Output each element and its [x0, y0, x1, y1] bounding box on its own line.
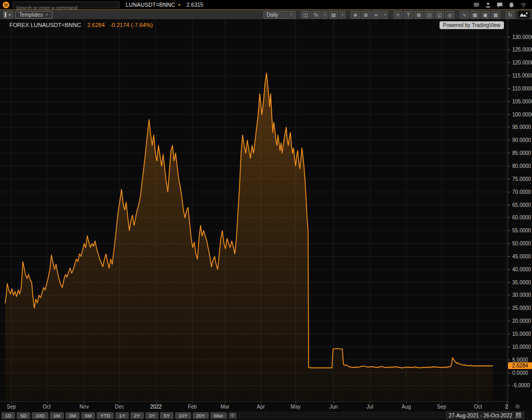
- duplicate-window-button[interactable]: ▩: [491, 11, 500, 19]
- time-axis-label: Dec: [115, 404, 124, 410]
- chart-type-button[interactable]: ◫: [301, 11, 310, 19]
- duplicate-window-icon: ▩: [494, 12, 498, 18]
- range-3m-button[interactable]: 3M: [65, 412, 79, 419]
- chart-area: FOREX LUNAUSDT=BNNC 2.6284 -0.2174 (-7.6…: [0, 19, 532, 411]
- collapse-panel-icon: ▌+: [5, 12, 11, 17]
- range-2y-button[interactable]: 2Y: [130, 412, 144, 419]
- time-axis[interactable]: SepOctNovDec2022FebMarAprMayJunJulAugSep…: [0, 401, 508, 411]
- last-price-badge: 2.6284: [508, 362, 532, 369]
- interval-select[interactable]: Daily ∨: [263, 11, 296, 19]
- price-axis-label: 75.0000: [508, 176, 531, 182]
- time-axis-label: Jun: [329, 404, 338, 410]
- new-window-button[interactable]: ▣: [481, 11, 490, 19]
- snapshot-button[interactable]: ◳: [424, 11, 434, 19]
- powered-by-tradingview-badge[interactable]: Powered by TradingView: [440, 21, 504, 29]
- drawings-icon: ≈: [374, 12, 378, 18]
- price-axis-label: 85.0000: [508, 150, 531, 156]
- range-1d-button[interactable]: 1D: [2, 412, 15, 419]
- axis-tick: [47, 402, 47, 403]
- indicators-menu-button[interactable]: ∨: [339, 11, 345, 19]
- chart-type-icon: ◫: [303, 12, 308, 18]
- time-axis-label: Sep: [7, 404, 16, 410]
- range-3y-button[interactable]: 3Y: [145, 412, 159, 419]
- zoom-icon: ◎: [448, 12, 452, 18]
- templates-button[interactable]: Templates ∨: [15, 11, 52, 19]
- messages-icon[interactable]: [497, 2, 503, 8]
- axis-tick: [406, 402, 407, 403]
- top-status-icons: [473, 2, 530, 8]
- time-axis-label: Sep: [437, 404, 446, 410]
- profile-icon[interactable]: [485, 2, 491, 8]
- compare-button[interactable]: ⊕: [351, 11, 360, 19]
- trading-app-window: LUNAUSDT=BNNC ▾ 2.6315 ▌+ Temp: [0, 0, 532, 420]
- notifications-icon[interactable]: [509, 2, 514, 8]
- price-axis-label: 35.0000: [508, 279, 531, 285]
- price-axis-label: 110.0000: [508, 85, 532, 91]
- time-axis-label: Nov: [79, 404, 89, 410]
- price-axis-label: 70.0000: [508, 189, 531, 195]
- price-axis-label: 105.0000: [508, 98, 532, 104]
- app-logo-icon[interactable]: [3, 2, 9, 8]
- zoom-button[interactable]: ◎: [445, 11, 455, 19]
- legend-price: 2.6284: [87, 22, 105, 28]
- gear-icon: ⚙: [231, 413, 235, 418]
- range-6m-button[interactable]: 6M: [81, 412, 95, 419]
- indicators-button[interactable]: ▤: [329, 11, 338, 19]
- range-1y-button[interactable]: 1Y: [115, 412, 129, 419]
- range-10d-button[interactable]: 10D: [32, 412, 48, 419]
- price-chart-canvas[interactable]: [0, 19, 508, 411]
- price-axis[interactable]: 130.0000125.0000120.0000115.0000110.0000…: [508, 19, 532, 411]
- sync-icon: ↻: [508, 12, 512, 18]
- toolbar-buttons: ◫%∨▤∨⊕⊞≈∨∩T⊠◳◱◎∿▦▣▩↻: [300, 11, 515, 19]
- menu-icon[interactable]: [473, 2, 480, 7]
- range-1m-button[interactable]: 1M: [50, 412, 64, 419]
- line-chart-button[interactable]: ∿: [460, 11, 469, 19]
- collapse-panel-button[interactable]: ▌+: [3, 11, 13, 19]
- connection-icon[interactable]: [520, 2, 527, 7]
- range-settings-button[interactable]: ⚙: [229, 412, 237, 419]
- range-5d-button[interactable]: 5D: [17, 412, 30, 419]
- percent-change-button[interactable]: %: [311, 11, 321, 19]
- magnet-button[interactable]: ∩: [393, 11, 403, 19]
- range-10y-button[interactable]: 10Y: [175, 412, 191, 419]
- events-button[interactable]: ⊞: [361, 11, 370, 19]
- price-axis-label: 15.0000: [508, 331, 531, 337]
- ticker-dropdown-icon[interactable]: ▾: [178, 3, 180, 7]
- axis-tick: [296, 402, 296, 403]
- text-icon: T: [407, 12, 410, 18]
- drawings-button[interactable]: ≈: [371, 11, 381, 19]
- price-axis-label: 55.0000: [508, 228, 531, 234]
- price-axis-label: -5.0000: [508, 383, 530, 389]
- price-axis-label: 25.0000: [508, 305, 531, 311]
- drawings-menu-button[interactable]: ∨: [382, 11, 388, 19]
- sync-button[interactable]: ↻: [506, 11, 515, 19]
- time-axis-label: Oct: [474, 404, 482, 410]
- price-axis-label: 20.0000: [508, 318, 531, 324]
- range-ytd-button[interactable]: YTD: [97, 412, 114, 419]
- expand-button[interactable]: ⊠: [414, 11, 423, 19]
- data-table-button[interactable]: ▦: [470, 11, 480, 19]
- ticker-symbol[interactable]: LUNAUSDT=BNNC: [126, 2, 175, 8]
- price-area-fill: [5, 73, 493, 401]
- chevron-down-icon: ∨: [45, 12, 48, 17]
- templates-label: Templates: [19, 12, 43, 18]
- date-range-button[interactable]: 27-Aug-2021 - 26-Oct-2022: [446, 412, 524, 419]
- text-button[interactable]: T: [404, 11, 413, 19]
- time-axis-label: May: [291, 404, 301, 410]
- time-axis-label: Apr: [257, 404, 265, 410]
- range-20y-button[interactable]: 20Y: [193, 412, 209, 419]
- percent-change-icon: %: [313, 12, 318, 18]
- export-button[interactable]: ◱: [435, 11, 444, 19]
- search-box[interactable]: [12, 2, 119, 8]
- interval-value: Daily: [267, 12, 278, 18]
- price-axis-label: 130.0000: [508, 34, 532, 40]
- axis-tick: [225, 402, 225, 403]
- range-max-button[interactable]: Max: [210, 412, 227, 419]
- tradingview-logo-icon[interactable]: [518, 11, 530, 18]
- price-axis-label: 80.0000: [508, 163, 531, 169]
- axis-tick: [478, 402, 478, 403]
- percent-change-menu-button[interactable]: ∨: [322, 11, 328, 19]
- range-5y-button[interactable]: 5Y: [160, 412, 174, 419]
- axis-settings-icon[interactable]: ⚙: [515, 403, 520, 410]
- new-window-icon: ▣: [483, 12, 488, 18]
